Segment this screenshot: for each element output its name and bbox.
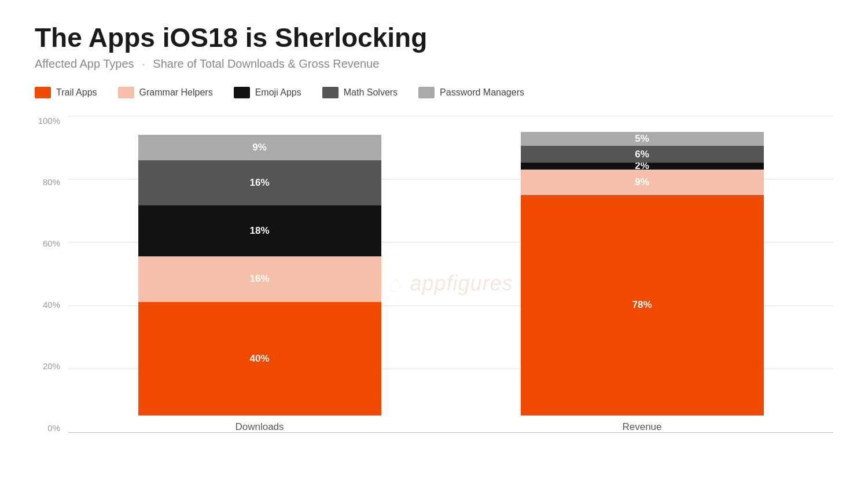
legend-color-password_managers xyxy=(418,87,435,98)
y-axis-label: 60% xyxy=(43,238,60,248)
y-axis-label: 0% xyxy=(47,423,60,433)
y-axis-label: 80% xyxy=(43,177,60,187)
subtitle-part2: Share of Total Downloads & Gross Revenue xyxy=(153,57,379,70)
y-axis-label: 100% xyxy=(38,116,60,126)
legend-label-grammar_helpers: Grammar Helpers xyxy=(139,87,213,98)
bar-segment-revenue-emoji_apps: 2% xyxy=(521,163,764,170)
subtitle-part1: Affected App Types xyxy=(35,57,134,70)
legend-label-trail_apps: Trail Apps xyxy=(56,87,97,98)
y-axis-label: 20% xyxy=(43,361,60,371)
bar-segment-downloads-emoji_apps: 18% xyxy=(138,205,381,256)
legend-color-trail_apps xyxy=(35,87,51,98)
bar-segment-downloads-grammar_helpers: 16% xyxy=(138,256,381,302)
legend-item-grammar_helpers: Grammar Helpers xyxy=(118,87,213,98)
legend-item-trail_apps: Trail Apps xyxy=(35,87,97,98)
chart-area: 0%20%40%60%80%100% 40%16%18%16%9%Downloa… xyxy=(35,116,833,451)
legend-item-emoji_apps: Emoji Apps xyxy=(234,87,301,98)
bars-container: 40%16%18%16%9%Downloads78%9%2%6%5%Revenu… xyxy=(68,116,833,451)
bar-segment-downloads-password_managers: 9% xyxy=(138,135,381,160)
legend-color-emoji_apps xyxy=(234,87,250,98)
bar-segment-revenue-grammar_helpers: 9% xyxy=(521,170,764,195)
page-subtitle: Affected App Types · Share of Total Down… xyxy=(35,57,833,71)
legend-item-math_solvers: Math Solvers xyxy=(322,87,398,98)
subtitle-separator: · xyxy=(142,57,145,70)
legend-item-password_managers: Password Managers xyxy=(418,87,524,98)
stacked-bar-revenue: 78%9%2%6%5% xyxy=(521,132,764,416)
page-title: The Apps iOS18 is Sherlocking xyxy=(35,23,833,53)
y-axis-label: 40% xyxy=(43,300,60,310)
bar-segment-downloads-math_solvers: 16% xyxy=(138,160,381,205)
bar-segment-revenue-math_solvers: 6% xyxy=(521,146,764,163)
bar-label-revenue: Revenue xyxy=(622,421,661,433)
y-axis: 0%20%40%60%80%100% xyxy=(35,116,68,451)
bar-segment-revenue-trail_apps: 78% xyxy=(521,195,764,415)
stacked-bar-downloads: 40%16%18%16%9% xyxy=(138,132,381,416)
bar-label-downloads: Downloads xyxy=(235,421,284,433)
legend-color-math_solvers xyxy=(322,87,339,98)
legend-label-math_solvers: Math Solvers xyxy=(344,87,398,98)
chart-inner: 40%16%18%16%9%Downloads78%9%2%6%5%Revenu… xyxy=(68,116,833,451)
chart-legend: Trail Apps Grammar Helpers Emoji Apps Ma… xyxy=(35,87,833,98)
bar-group-downloads: 40%16%18%16%9%Downloads xyxy=(138,132,381,433)
bar-segment-revenue-password_managers: 5% xyxy=(521,132,764,146)
legend-color-grammar_helpers xyxy=(118,87,134,98)
legend-label-password_managers: Password Managers xyxy=(440,87,524,98)
bar-group-revenue: 78%9%2%6%5%Revenue xyxy=(521,132,764,433)
legend-label-emoji_apps: Emoji Apps xyxy=(255,87,301,98)
bar-segment-downloads-trail_apps: 40% xyxy=(138,302,381,416)
